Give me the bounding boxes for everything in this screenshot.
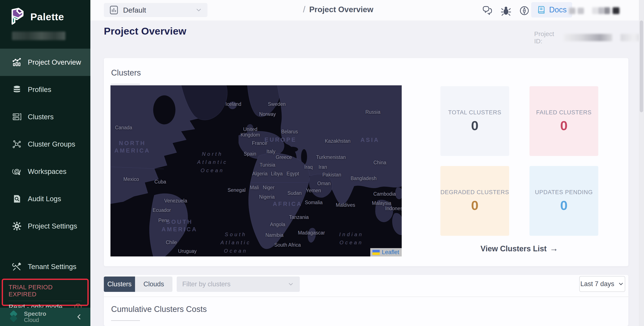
clusters-server-icon [12, 112, 22, 122]
sidebar-item-label: Audit Logs [28, 195, 61, 203]
redacted-project-id [564, 34, 612, 41]
workspaces-orbit-icon [12, 167, 22, 176]
breadcrumb-separator: / [303, 5, 305, 14]
chevron-down-icon [288, 281, 294, 288]
sidebar-item-label: Tenant Settings [28, 263, 76, 271]
redacted-account-name [12, 31, 66, 40]
sidebar-item-label: Clusters [28, 113, 54, 121]
sidebar-item-label: Project Overview [28, 58, 81, 66]
breadcrumb-current[interactable]: Project Overview [309, 5, 373, 14]
app-logo: Palette [0, 0, 90, 26]
clusters-section-card: Clusters [104, 58, 628, 266]
sidebar-item-project-overview[interactable]: Project Overview [0, 49, 90, 76]
project-selector-dropdown[interactable]: Default [104, 3, 208, 17]
redacted-topbar-item [592, 7, 598, 14]
chat-button[interactable] [482, 5, 493, 17]
book-icon [537, 5, 546, 14]
stat-label: TOTAL CLUSTERS [448, 109, 501, 116]
stat-label: FAILED CLUSTERS [536, 109, 592, 116]
filter-placeholder: Filter by clusters [182, 280, 230, 288]
project-chart-icon [109, 5, 119, 15]
redacted-topbar-item [578, 8, 584, 14]
tab-clusters[interactable]: Clusters [104, 277, 135, 292]
costs-tabs: Clusters Clouds [104, 277, 172, 292]
stat-value: 0 [560, 198, 568, 213]
sidebar-item-label: Project Settings [28, 222, 77, 230]
cluster-groups-network-icon [12, 139, 22, 149]
stat-label: DEGRADED CLUSTERS [440, 189, 509, 196]
sidebar-footer: Spectro Cloud [0, 308, 90, 326]
sidebar: Palette Project Overview [0, 0, 90, 326]
sidebar-item-label: Profiles [28, 86, 51, 94]
section-title-underline [111, 84, 140, 84]
stat-card-updates: UPDATES PENDING0 [530, 166, 598, 236]
compass-icon [519, 5, 530, 16]
explore-button[interactable] [518, 5, 530, 17]
cluster-stats-grid: TOTAL CLUSTERS0FAILED CLUSTERS0DEGRADED … [440, 86, 598, 236]
sidebar-item-clusters[interactable]: Clusters [0, 103, 90, 131]
view-clusters-list-link[interactable]: View Clusters List→ [440, 244, 598, 253]
page-title: Project Overview [104, 25, 186, 37]
arrow-right-icon: → [550, 244, 558, 253]
docs-label: Docs [549, 5, 567, 14]
profiles-stack-icon [12, 85, 22, 95]
stat-value: 0 [560, 118, 568, 133]
date-range-value: Last 7 days [580, 280, 614, 288]
sidebar-item-profiles[interactable]: Profiles [0, 76, 90, 103]
sidebar-item-audit-logs[interactable]: Audit Logs [0, 185, 90, 212]
sidebar-nav: Project Overview Profiles C [0, 49, 90, 280]
ukraine-flag-icon [372, 250, 380, 255]
redacted-topbar-item [604, 7, 610, 14]
breadcrumb: / Project Overview [303, 5, 373, 14]
redacted-topbar-item [569, 8, 576, 14]
scrollbar-thumb[interactable] [640, 20, 643, 112]
chat-bubbles-icon [482, 5, 493, 16]
nav-divider-gap [0, 240, 90, 253]
filter-by-clusters-dropdown[interactable]: Filter by clusters [177, 277, 300, 292]
gear-icon [12, 221, 22, 231]
docs-button[interactable]: Docs [531, 2, 572, 17]
overview-chart-icon [12, 57, 22, 67]
leaflet-label: Leaflet [382, 249, 399, 256]
chevron-down-icon [195, 6, 202, 14]
bug-icon [501, 5, 511, 16]
redacted-topbar-item [598, 7, 604, 14]
date-range-dropdown[interactable]: Last 7 days [579, 276, 625, 292]
app-title: Palette [30, 11, 64, 23]
redacted-topbar-item [612, 7, 620, 14]
chevron-down-icon [618, 281, 624, 287]
palette-logo-icon [8, 8, 25, 26]
costs-section-title: Cumulative Clusters Costs [111, 305, 207, 314]
costs-divider [104, 297, 628, 297]
clusters-section-title: Clusters [111, 68, 141, 77]
tools-icon [12, 262, 22, 272]
sidebar-item-cluster-groups[interactable]: Cluster Groups [0, 131, 90, 158]
costs-section-card: Clusters Clouds Filter by clusters Last … [104, 275, 628, 326]
trial-title: TRIAL PERIOD EXPIRED [8, 284, 82, 298]
brand-cloud: Cloud [24, 317, 46, 323]
tab-clouds[interactable]: Clouds [135, 277, 172, 292]
trial-divider [8, 301, 82, 301]
audit-logs-icon [12, 194, 22, 204]
project-selector-value: Default [123, 6, 146, 14]
sidebar-collapse-button[interactable] [76, 313, 83, 321]
sidebar-item-label: Workspaces [28, 167, 66, 175]
bug-report-button[interactable] [500, 5, 512, 17]
stat-card-degraded: DEGRADED CLUSTERS0 [440, 166, 509, 236]
stat-label: UPDATES PENDING [535, 189, 593, 196]
world-map-shapes [110, 85, 402, 256]
stat-card-failed: FAILED CLUSTERS0 [530, 86, 598, 156]
sidebar-item-project-settings[interactable]: Project Settings [0, 212, 90, 240]
stat-card-total: TOTAL CLUSTERS0 [440, 86, 509, 156]
view-clusters-list-label: View Clusters List [480, 244, 546, 253]
map-attribution[interactable]: Leaflet [370, 248, 402, 256]
topbar: Default / Project Overview [90, 0, 644, 20]
project-id-label: Project ID: [534, 30, 562, 45]
brand-spectro: Spectro [24, 311, 46, 317]
sidebar-item-tenant-settings[interactable]: Tenant Settings [0, 253, 90, 280]
stat-value: 0 [471, 118, 478, 133]
spectro-cloud-logo [8, 311, 20, 323]
clusters-world-map[interactable]: IcelandSwedenNorwayRussiaCanadaUnited Ki… [110, 85, 402, 256]
sidebar-item-workspaces[interactable]: Workspaces [0, 158, 90, 185]
page-scrollbar[interactable] [639, 0, 644, 326]
